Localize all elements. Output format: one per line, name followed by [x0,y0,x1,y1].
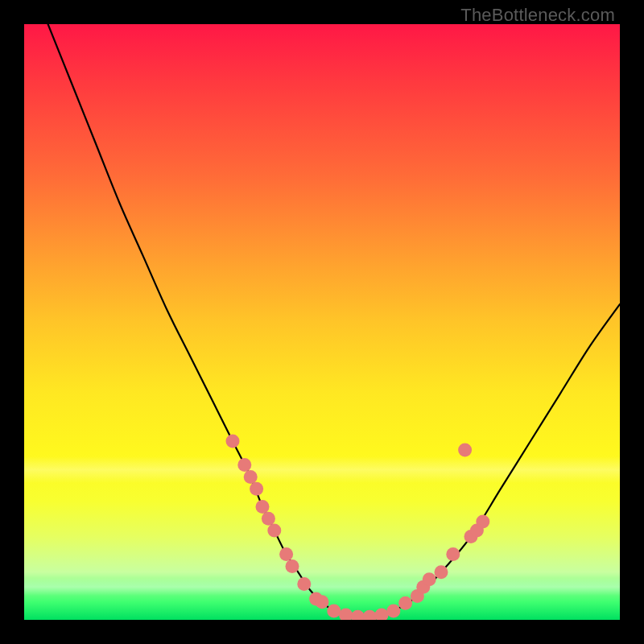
data-marker [351,610,365,620]
data-marker [476,514,489,528]
data-marker [375,609,389,620]
plot-area [24,24,620,620]
data-marker [279,547,293,561]
data-marker [339,609,353,620]
data-marker [297,577,311,591]
chart-frame: TheBottleneck.com [0,0,644,644]
data-marker [423,572,436,586]
curve-line [48,24,620,617]
data-marker [256,500,270,514]
watermark-text: TheBottleneck.com [460,5,615,26]
data-marker [386,604,400,617]
data-marker [262,512,275,526]
data-marker [237,458,251,472]
data-marker [244,470,258,484]
marker-group [226,435,490,621]
data-marker [327,604,341,617]
data-marker [363,610,377,620]
data-marker [286,559,299,573]
data-marker [398,597,412,610]
data-marker [226,435,240,448]
data-marker [267,524,281,538]
data-marker [316,595,329,609]
data-marker [435,565,448,579]
data-marker [458,444,472,457]
data-marker [446,547,460,561]
chart-svg [24,24,620,620]
data-marker [250,482,263,496]
